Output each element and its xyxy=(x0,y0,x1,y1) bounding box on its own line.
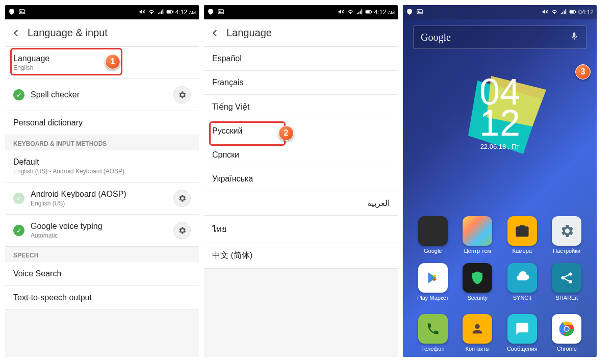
personal-dictionary-row[interactable]: Personal dictionary xyxy=(5,111,199,135)
back-button[interactable] xyxy=(209,27,221,39)
app-themes[interactable]: Центр тем xyxy=(458,216,498,254)
status-time: 4:12 AM xyxy=(374,9,395,16)
shield-icon xyxy=(207,8,214,17)
language-option[interactable]: العربية xyxy=(204,191,398,216)
clock-date: 22.06.18 , Пт xyxy=(403,143,597,150)
phone-screenshot-2: 4:12 AM Language Español Français Tiếng … xyxy=(204,5,398,357)
app-shareit[interactable]: SHAREit xyxy=(547,263,587,301)
step-badge: 1 xyxy=(105,54,120,69)
language-option[interactable]: Tiếng Việt xyxy=(204,95,398,119)
settings-gear-button[interactable] xyxy=(173,86,191,103)
check-icon: ✓ xyxy=(13,89,24,100)
section-speech: SPEECH xyxy=(5,247,199,262)
clock-minutes: 12 xyxy=(403,108,597,139)
app-settings[interactable]: Настройки xyxy=(547,216,587,254)
svg-rect-12 xyxy=(371,11,372,12)
header-title: Language xyxy=(226,27,272,39)
svg-point-8 xyxy=(219,10,220,11)
google-logo: Google xyxy=(421,32,451,43)
language-option[interactable]: 中文 (简体) xyxy=(204,243,398,269)
signal-icon xyxy=(157,8,164,17)
app-camera[interactable]: Камера xyxy=(502,216,542,254)
back-button[interactable] xyxy=(10,27,22,39)
settings-list: Language English ✓ Spell checker Persona… xyxy=(5,47,199,310)
step-badge: 2 xyxy=(278,125,294,141)
phone-screenshot-3: 04:12 Google 04 12 22.06.18 , Пт Google … xyxy=(403,5,597,357)
wifi-icon xyxy=(347,8,354,17)
aosp-keyboard-row[interactable]: ✓ Android Keyboard (AOSP) English (US) xyxy=(5,183,199,215)
language-option[interactable]: Українська xyxy=(204,167,398,191)
voice-search-row[interactable]: Voice Search xyxy=(5,262,199,286)
app-play-store[interactable]: Play Маркет xyxy=(413,263,453,301)
spell-checker-row[interactable]: ✓ Spell checker xyxy=(5,79,199,111)
battery-icon xyxy=(569,8,576,17)
app-chrome[interactable]: Chrome xyxy=(547,314,587,352)
phone-screenshot-1: 4:12 AM Language & input Language Englis… xyxy=(5,5,199,357)
app-grid: Google Центр тем Камера Настройки Play М… xyxy=(413,216,586,301)
step-badge: 3 xyxy=(575,64,591,80)
shield-icon xyxy=(406,8,413,17)
app-google-folder[interactable]: Google xyxy=(413,216,453,254)
language-row[interactable]: Language English xyxy=(5,47,199,79)
mute-icon xyxy=(338,8,345,17)
language-list[interactable]: Español Français Tiếng Việt Русский Српс… xyxy=(204,47,398,269)
svg-point-17 xyxy=(418,10,419,11)
status-bar: 4:12 AM xyxy=(5,5,199,19)
status-bar: 4:12 AM xyxy=(204,5,398,19)
app-syncit[interactable]: SYNCit xyxy=(502,263,542,301)
language-option[interactable]: Español xyxy=(204,47,398,71)
svg-rect-5 xyxy=(172,11,173,12)
gallery-icon xyxy=(416,8,423,17)
svg-rect-6 xyxy=(167,11,170,13)
wifi-icon xyxy=(148,8,155,17)
check-icon: ✓ xyxy=(13,193,24,204)
app-phone[interactable]: Телефон xyxy=(413,314,453,352)
google-voice-typing-row[interactable]: ✓ Google voice typing Automatic xyxy=(5,215,199,247)
gallery-icon xyxy=(18,8,26,17)
check-icon: ✓ xyxy=(13,225,24,236)
shield-icon xyxy=(8,8,15,17)
settings-header: Language & input xyxy=(5,19,199,47)
signal-icon xyxy=(560,8,567,17)
battery-icon xyxy=(365,8,372,17)
svg-rect-13 xyxy=(366,11,369,13)
mute-icon xyxy=(139,8,146,17)
language-option-russian[interactable]: Русский xyxy=(204,119,398,143)
status-bar: 04:12 xyxy=(403,5,597,19)
language-value: English xyxy=(13,64,191,71)
google-search-widget[interactable]: Google xyxy=(413,25,586,49)
status-time: 04:12 xyxy=(578,9,594,16)
settings-gear-button[interactable] xyxy=(173,222,191,239)
svg-rect-21 xyxy=(575,11,576,12)
app-security[interactable]: Security xyxy=(458,263,498,301)
mute-icon xyxy=(542,8,549,17)
tts-row[interactable]: Text-to-speech output xyxy=(5,286,199,310)
settings-gear-button[interactable] xyxy=(173,190,191,207)
language-label: Language xyxy=(13,54,191,63)
signal-icon xyxy=(356,8,363,17)
svg-rect-22 xyxy=(570,11,573,13)
section-keyboard: KEYBOARD & INPUT METHODS xyxy=(5,135,199,150)
language-option[interactable]: ไทย xyxy=(204,216,398,243)
app-messages[interactable]: Сообщения xyxy=(502,314,542,352)
battery-icon xyxy=(166,8,173,17)
language-option[interactable]: Français xyxy=(204,71,398,95)
default-keyboard-row[interactable]: Default English (US) - Android Keyboard … xyxy=(5,150,199,183)
header-title: Language & input xyxy=(28,27,108,39)
wifi-icon xyxy=(551,8,558,17)
settings-header: Language xyxy=(204,19,398,47)
mic-icon[interactable] xyxy=(570,32,579,43)
gallery-icon xyxy=(217,8,224,17)
status-time: 4:12 AM xyxy=(175,9,196,16)
language-option[interactable]: Српски xyxy=(204,143,398,167)
clock-widget[interactable]: 04 12 22.06.18 , Пт xyxy=(403,76,597,150)
svg-point-1 xyxy=(20,10,21,11)
wallpaper xyxy=(403,5,597,357)
svg-point-28 xyxy=(565,327,569,331)
app-contacts[interactable]: Контакты xyxy=(458,314,498,352)
dock: Телефон Контакты Сообщения Chrome xyxy=(413,314,586,352)
